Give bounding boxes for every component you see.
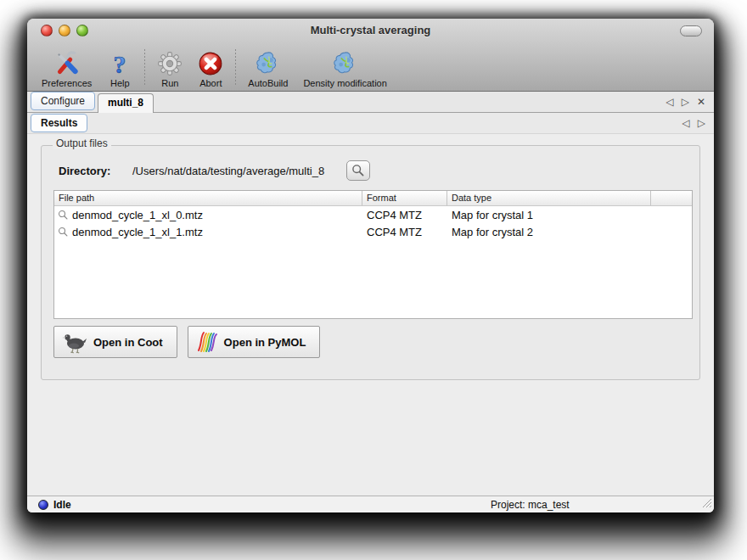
file-path-cell: denmod_cycle_1_xl_0.mtz: [72, 209, 203, 221]
gear-icon: [157, 50, 183, 77]
file-preview-icon[interactable]: [58, 210, 69, 221]
table-row[interactable]: denmod_cycle_1_xl_0.mtz CCP4 MTZ Map for…: [54, 206, 692, 223]
directory-value: /Users/nat/data/testing/average/multi_8: [132, 165, 324, 177]
search-icon: [351, 164, 365, 177]
pymol-ribbon-icon: [195, 330, 219, 354]
toolbar-separator: [235, 49, 236, 87]
table-row[interactable]: denmod_cycle_1_xl_1.mtz CCP4 MTZ Map for…: [54, 223, 692, 240]
open-in-pymol-button[interactable]: Open in PyMOL: [188, 326, 321, 358]
toolbar-separator: [144, 49, 145, 87]
viewer-buttons: Open in Coot Open in PyMOL: [53, 326, 320, 358]
tab-results[interactable]: Results: [31, 114, 87, 132]
tools-icon: [54, 50, 80, 77]
preferences-button[interactable]: Preferences: [34, 50, 99, 88]
subtab-bar: Results ◁ ▷: [27, 113, 714, 134]
tab-scroll-right-icon[interactable]: ▷: [682, 97, 689, 107]
toolbar: Preferences ? Help: [27, 42, 714, 91]
output-files-groupbox: Directory: /Users/nat/data/testing/avera…: [41, 145, 700, 380]
output-files-section-label: Output files: [53, 137, 111, 149]
directory-label: Directory:: [59, 165, 132, 177]
subtab-scroll-left-icon[interactable]: ◁: [682, 118, 690, 128]
format-cell: CCP4 MTZ: [362, 226, 447, 238]
directory-row: Directory: /Users/nat/data/testing/avera…: [59, 160, 370, 182]
help-button[interactable]: ? Help: [99, 50, 140, 88]
data-type-cell: Map for crystal 2: [447, 226, 651, 238]
autobuild-label: AutoBuild: [248, 78, 288, 88]
table-header-row: File path Format Data type: [54, 191, 692, 206]
density-model-icon: [256, 50, 281, 77]
status-bar: Idle Project: mca_test: [27, 496, 714, 512]
project-label: Project: mca_test: [491, 499, 570, 511]
format-cell: CCP4 MTZ: [362, 209, 447, 221]
app-window: Multi-crystal averaging Preferences: [27, 19, 714, 512]
toolbar-toggle-pill-button[interactable]: [680, 25, 702, 36]
file-preview-icon[interactable]: [58, 227, 69, 238]
subtab-scroll-right-icon[interactable]: ▷: [698, 118, 705, 128]
column-header-file-path[interactable]: File path: [54, 191, 362, 205]
open-in-coot-label: Open in Coot: [93, 336, 163, 349]
svg-text:?: ?: [114, 51, 126, 76]
run-label: Run: [161, 78, 178, 88]
question-icon: ?: [107, 50, 132, 77]
help-label: Help: [110, 78, 130, 88]
stop-icon: [198, 50, 223, 77]
titlebar[interactable]: Multi-crystal averaging: [27, 19, 714, 42]
file-path-cell: denmod_cycle_1_xl_1.mtz: [72, 226, 203, 238]
density-modification-button[interactable]: Density modification: [295, 50, 394, 88]
tab-multi-8[interactable]: multi_8: [98, 93, 154, 113]
tab-close-icon[interactable]: ✕: [697, 96, 705, 108]
column-header-empty: [651, 191, 692, 205]
tab-scroll-left-icon[interactable]: ◁: [666, 97, 673, 107]
browse-directory-button[interactable]: [346, 160, 370, 181]
open-in-coot-button[interactable]: Open in Coot: [53, 326, 177, 358]
status-text: Idle: [53, 499, 71, 511]
column-header-format[interactable]: Format: [362, 191, 447, 205]
run-button[interactable]: Run: [149, 50, 190, 88]
abort-button[interactable]: Abort: [190, 50, 231, 88]
column-header-data-type[interactable]: Data type: [447, 191, 651, 205]
status-indicator-icon: [38, 500, 48, 510]
density-modification-label: Density modification: [303, 78, 386, 88]
coot-bird-icon: [61, 330, 88, 354]
autobuild-button[interactable]: AutoBuild: [240, 50, 295, 88]
resize-grip[interactable]: [700, 496, 712, 512]
output-files-table[interactable]: File path Format Data type denmod_cycle_…: [53, 190, 693, 319]
open-in-pymol-label: Open in PyMOL: [224, 336, 306, 349]
tab-configure[interactable]: Configure: [31, 92, 95, 110]
results-page: Output files Directory: /Users/nat/data/…: [27, 134, 714, 496]
preferences-label: Preferences: [42, 78, 92, 88]
abort-label: Abort: [199, 78, 222, 88]
page-tab-bar: Configure multi_8 ◁ ▷ ✕: [27, 92, 714, 113]
window-header: Multi-crystal averaging Preferences: [27, 19, 714, 92]
data-type-cell: Map for crystal 1: [447, 209, 651, 221]
window-title: Multi-crystal averaging: [27, 19, 714, 42]
density-model-icon: [333, 50, 358, 77]
